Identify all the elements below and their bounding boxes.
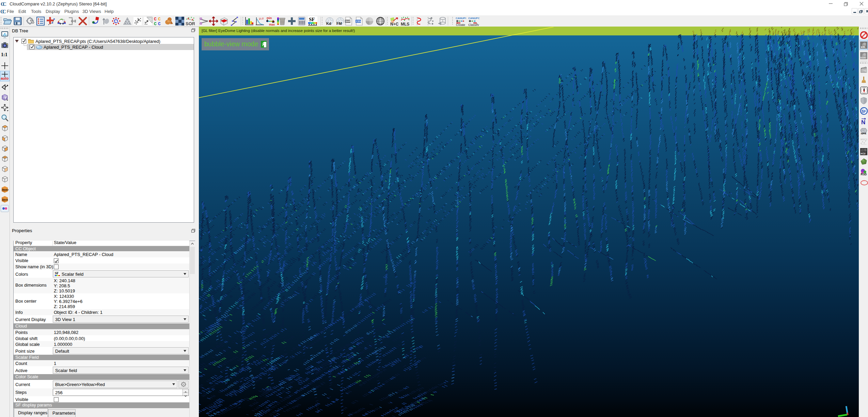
svg-text:Classify: Classify (468, 23, 479, 26)
svg-text:C: C (154, 17, 157, 22)
svg-text:μ,σ: μ,σ (259, 17, 264, 20)
svg-text:C: C (154, 21, 157, 26)
svg-text:SF: SF (309, 17, 315, 22)
svg-text:CSV: CSV (356, 20, 361, 23)
svg-text:SHP: SHP (346, 20, 351, 23)
svg-text:max: max (269, 23, 275, 26)
svg-text:C: C (2, 9, 6, 14)
svg-text:M3C2: M3C2 (861, 138, 867, 141)
svg-text:SSAO: SSAO (861, 57, 866, 59)
svg-text:HPR: HPR (861, 132, 866, 135)
svg-text:RSD: RSD (861, 173, 867, 176)
svg-text:SF: SF (55, 272, 59, 275)
svg-text:SOR: SOR (186, 21, 195, 26)
svg-text:FM: FM (336, 21, 342, 26)
svg-text:BACK: BACK (2, 199, 9, 201)
svg-text:MLS: MLS (401, 22, 409, 26)
svg-text:N: N (861, 119, 865, 125)
svg-text:FRONT: FRONT (2, 189, 9, 191)
svg-text:SF: SF (862, 109, 866, 113)
svg-text:C: C (158, 21, 161, 26)
svg-text:N+C: N+C (390, 22, 399, 26)
svg-text:EDL: EDL (861, 46, 866, 49)
svg-text:Kd: Kd (326, 21, 331, 26)
svg-text:CANUPO: CANUPO (468, 17, 479, 20)
svg-text:PCV: PCV (861, 152, 866, 155)
svg-text:C: C (158, 17, 161, 22)
svg-text:CANUPO: CANUPO (456, 17, 466, 20)
svg-text:C: C (3, 1, 6, 7)
svg-text:min: min (267, 16, 272, 20)
svg-text:Create: Create (456, 23, 465, 26)
